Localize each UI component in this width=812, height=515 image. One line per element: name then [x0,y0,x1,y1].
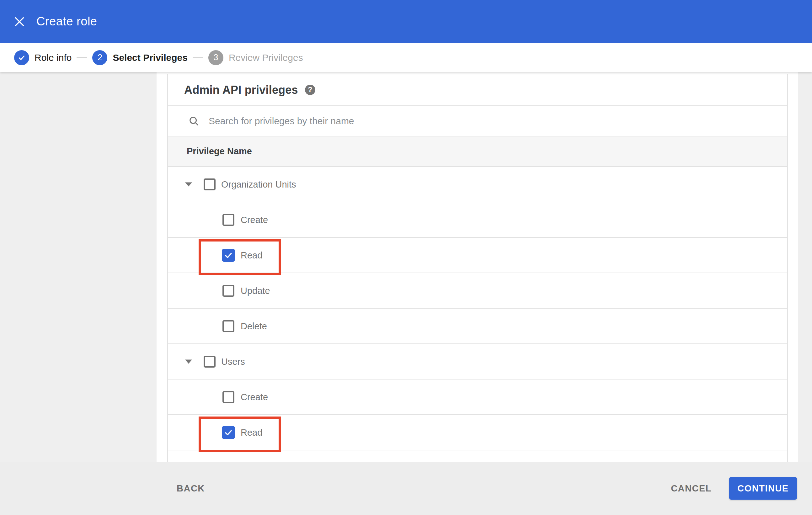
privilege-label: Create [241,215,268,225]
step-done-check-icon [14,50,29,65]
stepper: Role info 2 Select Privileges 3 Review P… [0,43,812,72]
step-connector [193,57,203,58]
step-number-badge: 3 [208,50,223,65]
privilege-checkbox[interactable] [204,178,215,190]
help-icon[interactable]: ? [305,85,315,95]
dialog-footer: BACK CANCEL CONTINUE [0,462,812,515]
privilege-checkbox[interactable] [223,320,234,332]
privilege-label: Organization Units [221,179,296,189]
privilege-label: Create [241,392,268,402]
step-role-info[interactable]: Role info [14,50,71,65]
step-label: Review Privileges [229,52,303,63]
privilege-row: Organization Units [168,166,787,202]
dialog-content: Admin API privileges ? Privilege Name Or… [156,72,798,462]
step-review-privileges[interactable]: 3 Review Privileges [208,50,303,65]
highlight-box [199,417,281,452]
privilege-checkbox[interactable] [204,356,215,368]
back-button[interactable]: BACK [177,483,205,494]
search-icon [188,115,200,127]
privileges-panel: Admin API privileges ? Privilege Name Or… [167,74,788,462]
search-row [168,105,787,136]
privilege-label: Update [241,285,270,296]
privilege-label: Users [221,356,245,367]
privilege-row: Create [168,202,787,237]
privilege-checkbox[interactable] [223,214,234,226]
table-header-label: Privilege Name [187,146,252,156]
privilege-row: Delete [168,308,787,343]
step-connector [77,57,87,58]
close-icon[interactable] [10,12,29,31]
search-input[interactable] [209,116,742,126]
dialog-header: Create role [0,0,812,43]
step-select-privileges[interactable]: 2 Select Privileges [92,50,187,65]
privileges-rows: Organization Units Create Read Update De… [168,166,787,450]
step-label: Role info [34,52,71,63]
continue-button[interactable]: CONTINUE [729,477,797,499]
privilege-row: Users [168,343,787,379]
table-header: Privilege Name [168,136,787,166]
privilege-row: Update [168,273,787,308]
privilege-checkbox[interactable] [223,391,234,403]
dialog-title: Create role [36,15,97,28]
panel-title-row: Admin API privileges ? [168,74,787,105]
collapse-arrow-icon[interactable] [185,359,192,364]
highlight-box [199,239,281,275]
panel-title: Admin API privileges [184,84,298,97]
privilege-label: Delete [241,321,267,331]
cancel-button[interactable]: CANCEL [671,483,712,494]
privilege-checkbox[interactable] [223,285,234,297]
step-label: Select Privileges [113,52,187,63]
privilege-row: Create [168,379,787,414]
privilege-row: Read [168,237,787,273]
collapse-arrow-icon[interactable] [185,182,192,186]
step-number-badge: 2 [92,50,107,65]
privilege-row: Read [168,414,787,450]
footer-actions: CANCEL CONTINUE [671,477,797,499]
